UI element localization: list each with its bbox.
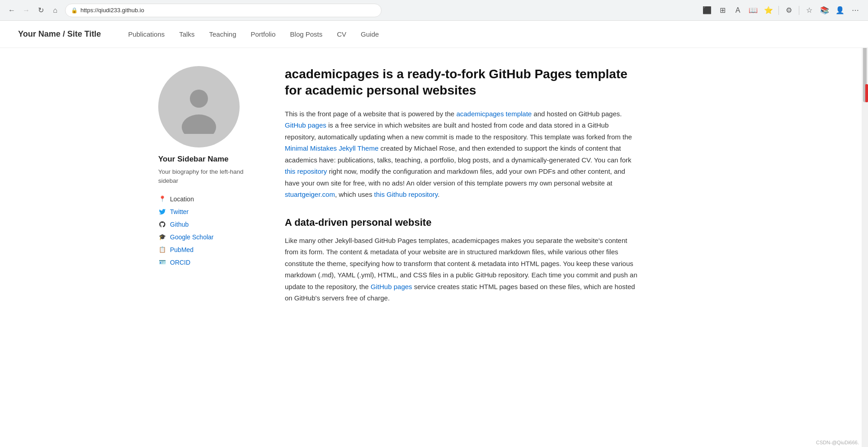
github-icon bbox=[158, 220, 166, 228]
nav-blog-posts[interactable]: Blog Posts bbox=[290, 29, 323, 40]
sidebar-name: Your Sidebar Name bbox=[158, 155, 258, 164]
nav-portfolio[interactable]: Portfolio bbox=[251, 29, 276, 40]
sidebar: Your Sidebar Name Your biography for the… bbox=[158, 66, 258, 310]
academicpages-template-link[interactable]: academicpages template bbox=[456, 110, 532, 118]
sidebar-github: Github bbox=[158, 220, 258, 228]
profile-icon[interactable]: 👤 bbox=[833, 3, 847, 18]
separator bbox=[778, 6, 779, 15]
refresh-button[interactable]: ↻ bbox=[34, 4, 47, 17]
orcid-link[interactable]: ORCID bbox=[170, 259, 190, 266]
minimal-mistakes-link[interactable]: Minimal Mistakes Jekyll Theme bbox=[285, 144, 378, 152]
this-repository-link[interactable]: this repository bbox=[285, 167, 327, 175]
section2-heading: A data-driven personal website bbox=[285, 217, 637, 228]
avatar-container bbox=[158, 66, 240, 147]
browser-right-icons: ⬛ ⊞ A 📖 ⭐ ⚙ ☆ 📚 👤 ⋯ bbox=[700, 3, 863, 18]
nav-guide[interactable]: Guide bbox=[361, 29, 379, 40]
more-icon[interactable]: ⋯ bbox=[848, 3, 863, 18]
nav-publications[interactable]: Publications bbox=[128, 29, 165, 40]
sidebar-twitter: Twitter bbox=[158, 208, 258, 216]
site-title[interactable]: Your Name / Site Title bbox=[18, 29, 101, 39]
collections-icon[interactable]: 📚 bbox=[817, 3, 832, 18]
sidebar-orcid: 🪪 ORCID bbox=[158, 258, 258, 266]
scholar-link[interactable]: Google Scholar bbox=[170, 233, 214, 241]
url-input[interactable] bbox=[80, 7, 376, 14]
sidebar-location-label: Location bbox=[170, 195, 194, 203]
github-pages-link2[interactable]: GitHub pages bbox=[371, 283, 412, 290]
forward-button[interactable]: → bbox=[20, 4, 33, 17]
settings-icon[interactable]: ⚙ bbox=[782, 3, 796, 18]
sidebar-bio: Your biography for the left-hand sidebar bbox=[158, 167, 258, 186]
location-icon: 📍 bbox=[158, 195, 166, 203]
intro-paragraph: This is the front page of a website that… bbox=[285, 108, 637, 200]
nav-buttons: ← → ↻ ⌂ bbox=[5, 4, 61, 17]
font-icon[interactable]: A bbox=[731, 3, 745, 18]
scrollbar-track[interactable] bbox=[862, 21, 868, 328]
github-link[interactable]: Github bbox=[170, 221, 189, 228]
page-wrapper: Your Name / Site Title Publications Talk… bbox=[0, 21, 868, 328]
site-header: Your Name / Site Title Publications Talk… bbox=[0, 21, 868, 48]
section2-paragraph: Like many other Jekyll-based GitHub Page… bbox=[285, 235, 637, 304]
apps-icon[interactable]: ⊞ bbox=[715, 3, 730, 18]
separator2 bbox=[799, 6, 799, 15]
site-nav: Publications Talks Teaching Portfolio Bl… bbox=[128, 29, 379, 40]
nav-talks[interactable]: Talks bbox=[179, 29, 194, 40]
twitter-icon bbox=[158, 208, 166, 216]
main-content: academicpages is a ready-to-fork GitHub … bbox=[285, 66, 637, 310]
orcid-icon: 🪪 bbox=[158, 258, 166, 266]
favorites-icon[interactable]: ☆ bbox=[802, 3, 816, 18]
sidebar-scholar: 🎓 Google Scholar bbox=[158, 233, 258, 241]
this-github-repository-link[interactable]: this Github repository bbox=[374, 190, 438, 198]
sidebar-location: 📍 Location bbox=[158, 195, 258, 203]
scholar-icon: 🎓 bbox=[158, 233, 166, 241]
content-wrapper: Your Sidebar Name Your biography for the… bbox=[140, 66, 728, 310]
browser-chrome: ← → ↻ ⌂ 🔒 ⬛ ⊞ A 📖 ⭐ ⚙ ☆ 📚 👤 ⋯ bbox=[0, 0, 868, 21]
github-pages-link[interactable]: GitHub pages bbox=[285, 121, 326, 129]
sidebar-links: 📍 Location Twitter Github 🎓 bbox=[158, 195, 258, 266]
pubmed-icon: 📋 bbox=[158, 246, 166, 254]
address-bar[interactable]: 🔒 bbox=[65, 4, 382, 17]
stuartgeiger-link[interactable]: stuartgeiger.com bbox=[285, 190, 335, 198]
main-heading: academicpages is a ready-to-fork GitHub … bbox=[285, 66, 637, 99]
avatar-svg bbox=[172, 80, 226, 134]
avatar bbox=[158, 66, 240, 147]
nav-cv[interactable]: CV bbox=[337, 29, 346, 40]
nav-teaching[interactable]: Teaching bbox=[209, 29, 236, 40]
svg-point-1 bbox=[190, 90, 208, 108]
back-button[interactable]: ← bbox=[5, 4, 18, 17]
immersive-reader-icon[interactable]: 📖 bbox=[746, 3, 760, 18]
favorites-add-icon[interactable]: ⭐ bbox=[761, 3, 776, 18]
home-button[interactable]: ⌂ bbox=[49, 4, 61, 17]
sidebar-pubmed: 📋 PubMed bbox=[158, 246, 258, 254]
scrollbar-indicator bbox=[865, 84, 868, 102]
pubmed-link[interactable]: PubMed bbox=[170, 246, 193, 253]
lock-icon: 🔒 bbox=[71, 7, 78, 14]
twitter-link[interactable]: Twitter bbox=[170, 208, 189, 215]
cast-icon[interactable]: ⬛ bbox=[700, 3, 714, 18]
